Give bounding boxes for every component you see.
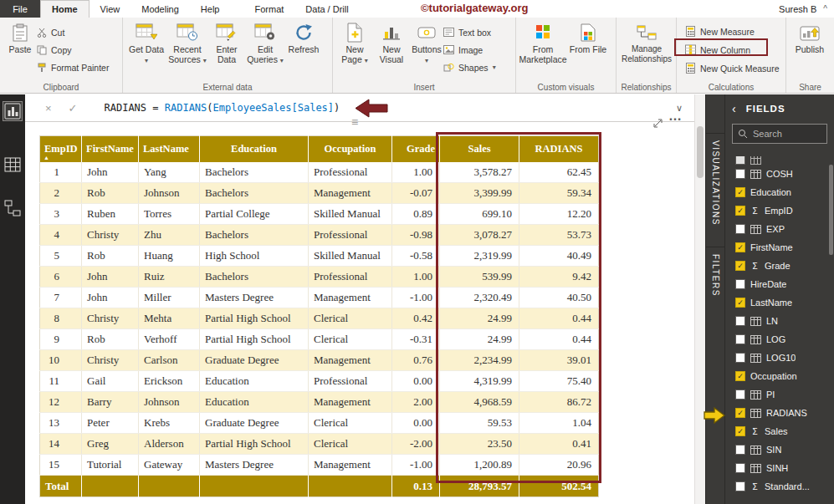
field-item[interactable]: Σ SIN [725, 440, 834, 459]
user-account[interactable]: Suresh B ^ [779, 0, 827, 18]
tab-help[interactable]: Help [190, 0, 231, 18]
from-file-button[interactable]: From File [566, 20, 610, 54]
table-row[interactable]: 14 Greg Alderson Partial High School Cle… [40, 434, 599, 455]
field-checkbox[interactable] [735, 316, 745, 326]
data-view-button[interactable] [3, 155, 23, 175]
field-item[interactable]: ✓ Σ Grade [725, 257, 834, 275]
paste-button[interactable]: Paste [3, 20, 37, 54]
fields-scrollbar-thumb[interactable] [829, 165, 833, 255]
field-item[interactable]: Σ Standard... [725, 477, 834, 496]
tab-home[interactable]: Home [40, 0, 90, 18]
field-checkbox[interactable]: ✓ [735, 371, 745, 381]
tab-modeling[interactable]: Modeling [130, 0, 190, 18]
format-painter-button[interactable]: Format Painter [37, 60, 109, 74]
fields-search-input[interactable]: Search [732, 124, 827, 144]
field-checkbox[interactable] [735, 463, 745, 473]
field-checkbox[interactable]: ✓ [735, 426, 745, 436]
canvas-scrollbar[interactable] [694, 94, 705, 504]
column-header-firstname[interactable]: FirstName [82, 136, 139, 163]
field-checkbox[interactable] [735, 279, 745, 289]
table-row[interactable]: 6 John Ruiz Bachelors Professional 1.00 … [40, 267, 599, 288]
new-measure-button[interactable]: New Measure [685, 24, 780, 38]
table-row[interactable]: 15 Tutorial Gateway Masters Degree Manag… [40, 455, 599, 476]
field-item[interactable]: ✓ Σ FirstName [725, 238, 834, 257]
column-header-radians[interactable]: RADIANS [519, 136, 599, 163]
field-checkbox[interactable]: ✓ [735, 408, 745, 418]
collapse-panel-icon[interactable]: ‹ [732, 102, 736, 115]
shapes-button[interactable]: Shapes ▾ [443, 60, 509, 74]
filters-tab[interactable]: FILTERS [706, 247, 724, 297]
column-header-occupation[interactable]: Occupation [309, 136, 392, 163]
table-row[interactable]: 2 Rob Johnson Bachelors Management -0.07… [40, 183, 599, 204]
field-checkbox[interactable] [735, 169, 745, 179]
table-row[interactable]: 4 Christy Zhu Bachelors Professional -0.… [40, 225, 599, 246]
field-item[interactable]: Σ LN [725, 312, 834, 330]
field-item[interactable]: Σ COSH [725, 165, 834, 183]
new-column-button[interactable]: New Column [685, 43, 780, 57]
field-item[interactable]: ✓ Σ Education [725, 183, 834, 201]
field-item[interactable]: ✓ Σ RADIANS [725, 404, 834, 422]
field-checkbox[interactable] [735, 353, 745, 363]
field-checkbox[interactable]: ✓ [735, 206, 745, 216]
field-checkbox[interactable]: ✓ [735, 187, 745, 197]
column-header-grade[interactable]: Grade [392, 136, 440, 163]
table-row[interactable]: 10 Christy Carlson Graduate Degree Manag… [40, 350, 599, 371]
copy-button[interactable]: Copy [37, 43, 109, 57]
tab-view[interactable]: View [90, 0, 131, 18]
field-checkbox[interactable] [735, 481, 745, 491]
field-checkbox[interactable] [735, 224, 745, 234]
field-checkbox[interactable] [735, 445, 745, 455]
cancel-formula-icon[interactable]: × [45, 102, 52, 115]
table-row[interactable]: 13 Peter Krebs Graduate Degree Clerical … [40, 413, 599, 434]
field-item[interactable]: Σ LOG10 [725, 349, 834, 367]
visualizations-tab[interactable]: VISUALIZATIONS [706, 134, 724, 247]
field-item[interactable]: Σ [725, 156, 834, 165]
manage-relationships-button[interactable]: Manage Relationships [620, 20, 673, 64]
field-item[interactable]: ✓ Σ Sales [725, 422, 834, 440]
image-button[interactable]: Image [443, 43, 509, 57]
new-page-button[interactable]: New Page ▾ [336, 20, 373, 64]
field-checkbox[interactable] [735, 334, 745, 344]
field-item[interactable]: Σ LOG [725, 330, 834, 349]
tab-data-drill[interactable]: Data / Drill [294, 0, 359, 18]
cut-button[interactable]: Cut [37, 25, 109, 39]
field-item[interactable]: ✓ Σ Occupation [725, 367, 834, 385]
get-data-button[interactable]: Get Data ▾ [126, 20, 166, 64]
column-header-sales[interactable]: Sales [440, 136, 519, 163]
table-row[interactable]: 11 Gail Erickson Education Professional … [40, 371, 599, 392]
field-item[interactable]: Σ SINH [725, 459, 834, 477]
table-row[interactable]: 7 John Miller Masters Degree Management … [40, 288, 599, 308]
field-checkbox[interactable]: ✓ [735, 242, 745, 252]
table-row[interactable]: 5 Rob Huang High School Skilled Manual -… [40, 246, 599, 267]
new-quick-measure-button[interactable]: New Quick Measure [685, 61, 780, 75]
table-row[interactable]: 1 John Yang Bachelors Professional 1.00 … [40, 162, 599, 183]
commit-formula-icon[interactable]: ✓ [69, 102, 78, 115]
model-view-button[interactable] [3, 198, 23, 218]
field-item[interactable]: ✓ Σ EmpID [725, 201, 834, 220]
from-marketplace-button[interactable]: From Marketplace [519, 20, 566, 64]
table-row[interactable]: 12 Barry Johnson Education Management 2.… [40, 392, 599, 413]
field-item[interactable]: Σ PI [725, 385, 834, 404]
publish-button[interactable]: Publish [790, 20, 830, 54]
table-row[interactable]: 3 Ruben Torres Partial College Skilled M… [40, 204, 599, 225]
edit-queries-button[interactable]: Edit Queries ▾ [245, 20, 285, 64]
formula-text[interactable]: RADIANS = RADIANS(EmployeeSales[Sales]) [105, 102, 340, 114]
field-checkbox[interactable] [735, 156, 745, 165]
tab-format[interactable]: Format [243, 0, 294, 18]
recent-sources-button[interactable]: Recent Sources ▾ [166, 20, 208, 64]
field-item[interactable]: Σ HireDate [725, 275, 834, 293]
field-checkbox[interactable]: ✓ [735, 298, 745, 308]
field-item[interactable]: ✓ Σ LastName [725, 293, 834, 312]
file-menu-button[interactable]: File [0, 0, 40, 18]
visual-drag-handle-icon[interactable]: ≡ [351, 115, 358, 129]
buttons-button[interactable]: Buttons ▾ [410, 20, 443, 64]
enter-data-button[interactable]: Enter Data [208, 20, 245, 64]
table-visual[interactable]: EmpID▲ FirstName LastName Education Occu… [39, 135, 599, 497]
focus-mode-icon[interactable] [653, 119, 663, 128]
table-row[interactable]: 9 Rob Verhoff Partial High School Cleric… [40, 329, 599, 350]
field-checkbox[interactable]: ✓ [735, 261, 745, 271]
visual-more-options-icon[interactable]: … [668, 109, 683, 124]
new-visual-button[interactable]: New Visual [373, 20, 410, 64]
canvas-scrollbar-thumb[interactable] [697, 126, 704, 178]
text-box-button[interactable]: Text box [443, 25, 509, 39]
